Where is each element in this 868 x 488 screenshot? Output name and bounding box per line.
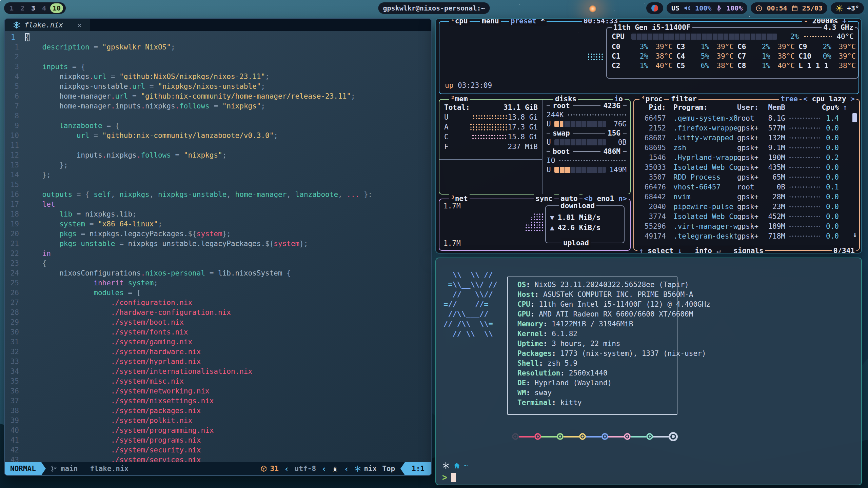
- col-pid[interactable]: Pid:: [639, 103, 666, 111]
- process-row[interactable]: 68442nvimgpsk+28M0.0: [639, 192, 848, 202]
- process-row[interactable]: 55296.virt-manager-wgpsk+189M0.0: [639, 221, 848, 231]
- cpu-box-title[interactable]: ¹cpu: [449, 18, 470, 26]
- process-row[interactable]: 49174.telegram-desktgpsk+718M0.0: [639, 231, 848, 241]
- code-line: 13 };: [5, 160, 431, 170]
- col-memb[interactable]: MemB: [764, 103, 785, 111]
- time-value[interactable]: 00:54: [767, 4, 787, 12]
- process-row[interactable]: 66457.qemu-system-x8root8.1G1.4: [639, 113, 848, 123]
- process-row[interactable]: 3507RDD Processgpsk+65M0.0: [639, 172, 848, 182]
- scroll-down-icon[interactable]: ↓: [853, 230, 857, 239]
- code-line: 24 nixosConfigurations.nixos-personal = …: [5, 268, 431, 278]
- code-line: 43 ./system/services.nix: [5, 455, 431, 462]
- scroll-position: Top: [382, 465, 395, 473]
- disk-row: IO: [547, 156, 627, 165]
- tray-module[interactable]: [646, 2, 663, 14]
- palette-color-6: [624, 433, 631, 440]
- process-row[interactable]: 68687.kitty-wrappedgpsk+132M0.0: [639, 133, 848, 143]
- menu-button[interactable]: menu: [480, 18, 501, 26]
- line-number: 19: [5, 219, 25, 229]
- line-number: 22: [5, 249, 25, 259]
- process-row[interactable]: 2040pipewire-pulsegpsk+23M0.0: [639, 202, 848, 211]
- net-sync-toggle[interactable]: sync: [534, 194, 554, 203]
- logo-line: =\\__\\/ //: [443, 280, 497, 289]
- disk-io-dots: [567, 114, 627, 116]
- temperature-value[interactable]: +3°: [847, 4, 859, 12]
- process-row[interactable]: 1546.Hyprland-wrappgpsk+190M0.2: [639, 152, 848, 162]
- proc-footer-controls[interactable]: ↑ select ↓ info ↵ signals: [637, 246, 765, 253]
- tray-app-icon[interactable]: [651, 4, 658, 12]
- line-number: 30: [5, 327, 25, 337]
- line-number: 25: [5, 278, 25, 288]
- proc-scrollbar[interactable]: [852, 113, 857, 122]
- line-number: 2: [5, 52, 25, 62]
- logo-line: // \\ \\: [443, 329, 497, 339]
- process-row[interactable]: 35033Isolated Web Cogpsk+435M0.0: [639, 162, 848, 172]
- cpu-total-bar: [631, 34, 777, 40]
- tab-flake-nix[interactable]: flake.nix ×: [5, 19, 90, 31]
- fetch-info-line: Resolution: 868x488: [517, 368, 710, 378]
- col-program[interactable]: Program:: [666, 103, 737, 111]
- code-line: 42 ./system/security.nix: [5, 445, 431, 455]
- code-line: 6 home-manager.url = "github:nix-communi…: [5, 92, 431, 101]
- workspace-4[interactable]: 4: [39, 4, 49, 12]
- fetch-info-line: Shell: zsh 5.9: [517, 359, 710, 368]
- microphone-icon: [715, 4, 722, 12]
- core-cell: C21%40°C: [612, 62, 673, 70]
- logo-line: // \\//: [443, 289, 497, 299]
- palette-segment: [608, 436, 624, 438]
- col-cpu[interactable]: Cpu%: [820, 103, 839, 111]
- line-number: 16: [5, 190, 25, 200]
- uptime: up 03:23:09: [445, 81, 492, 89]
- workspace-2[interactable]: 2: [18, 4, 27, 12]
- date-value[interactable]: 25/03: [802, 4, 823, 12]
- close-icon[interactable]: ×: [77, 21, 82, 29]
- line-number: 17: [5, 200, 25, 209]
- mem-row-F: F237 MiB: [444, 142, 538, 151]
- core-cell: C31%39°C: [673, 43, 734, 51]
- process-row[interactable]: 66476vhost-66457root0B0.1: [639, 182, 848, 192]
- code-line: 25 inherit system;: [5, 278, 431, 288]
- line-number: 23: [5, 259, 25, 268]
- process-list[interactable]: 66457.qemu-system-x8root8.1G1.42152.fire…: [639, 113, 848, 241]
- upload-arrow-icon: ▲: [550, 224, 554, 232]
- code-line: 41 ./system/programs.nix: [5, 435, 431, 445]
- fetch-info-line: DE: Hyprland (Wayland): [517, 378, 710, 388]
- code-line: 1 description = "gpskwlkr NixOS";: [5, 42, 431, 52]
- prompt-path: ~: [464, 462, 468, 470]
- workspace-3[interactable]: 3: [28, 4, 38, 12]
- window-title-module[interactable]: gpskwlkr@nixos-personal:~: [378, 2, 490, 14]
- volume-value[interactable]: 100%: [695, 4, 711, 12]
- chevron-left-icon: ‹: [284, 464, 289, 474]
- audio-module[interactable]: US 100% 100%: [667, 2, 747, 14]
- core-row: C12%38°CC45%39°CC71%38°CC100%39°C: [612, 52, 854, 61]
- palette-segment: [519, 436, 534, 438]
- statusline: NORMAL main flake.nix 31 ‹ utf-8 ‹ ‹: [5, 462, 431, 475]
- keyboard-layout[interactable]: US: [671, 4, 679, 12]
- code-line: 23 {: [5, 259, 431, 268]
- workspace-10[interactable]: 10: [50, 3, 63, 13]
- palette-color-2: [534, 433, 541, 440]
- clock-module[interactable]: 00:54 25/03: [751, 2, 827, 14]
- process-row[interactable]: 3774Isolated Web Cogpsk+452M0.0: [639, 211, 848, 221]
- preset-button[interactable]: preset *: [509, 18, 547, 26]
- weather-module[interactable]: +3°: [831, 2, 864, 14]
- cpu-total-label: CPU: [612, 33, 631, 41]
- mic-volume-value[interactable]: 100%: [726, 4, 743, 12]
- line-number: 33: [5, 357, 25, 367]
- proc-box: ⁴proc filter tree < cpu lazy > Pid: Prog…: [633, 99, 860, 251]
- download-arrow-icon: ▼: [550, 214, 554, 222]
- editor-buffer[interactable]: 1{1 description = "gpskwlkr NixOS";23 in…: [5, 31, 431, 462]
- line-number: 12: [5, 150, 25, 160]
- core-cell: C71%38°C: [734, 52, 795, 60]
- prompt-input-line[interactable]: >: [442, 472, 456, 482]
- process-row[interactable]: 68695zshgpsk+9.1M0.0: [639, 143, 848, 152]
- proc-mem-dots: [789, 215, 820, 218]
- line-number: 5: [5, 82, 25, 92]
- process-row[interactable]: 2152.firefox-wrappegpsk+577M0.0: [639, 123, 848, 133]
- palette-color-5: [601, 433, 608, 440]
- workspace-1[interactable]: 1: [7, 4, 16, 12]
- home-icon: [453, 462, 460, 469]
- fetch-info-line: Terminal: kitty: [517, 398, 710, 408]
- col-user[interactable]: User:: [737, 103, 764, 111]
- code-line: 19 system = "x86_64-linux";: [5, 219, 431, 229]
